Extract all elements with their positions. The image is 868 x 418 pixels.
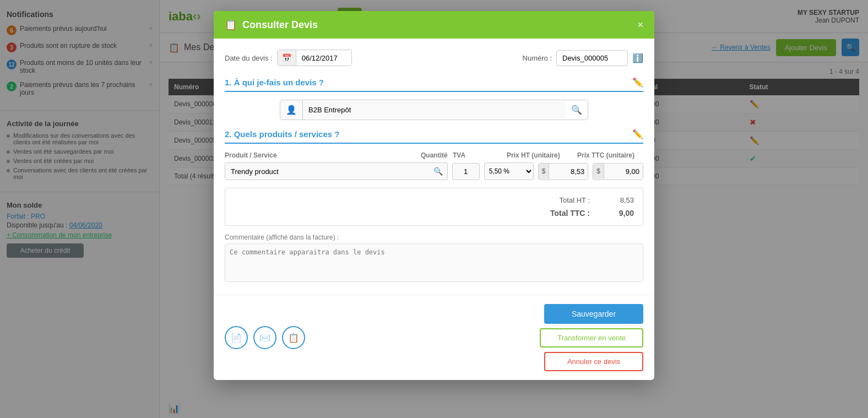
col-ttc-label: Prix TTC (unitaire) xyxy=(577,151,643,159)
col-product-label: Produit / Service xyxy=(225,151,416,159)
modal-header-title: 📋 Consulter Devis xyxy=(225,19,318,31)
cancel-devis-button[interactable]: Annuler ce devis xyxy=(544,352,643,371)
section1-title: 1. À qui je-fais un devis ? xyxy=(225,78,324,87)
products-section: 2. Quels produits / services ? ✏️ Produi… xyxy=(225,129,643,226)
transform-button[interactable]: Transformer en vente xyxy=(540,328,643,348)
product-input-wrapper: 🔍 xyxy=(225,162,448,180)
calendar-icon: 📅 xyxy=(278,50,296,66)
section2-edit-icon[interactable]: ✏️ xyxy=(632,129,643,139)
date-input[interactable] xyxy=(296,51,351,66)
email-button[interactable]: ✉️ xyxy=(253,326,276,349)
prix-ht-input[interactable] xyxy=(549,164,588,180)
pdf-button[interactable]: 📄 xyxy=(225,326,248,349)
modal-header: 📋 Consulter Devis × xyxy=(214,11,654,39)
modal-overlay: 📋 Consulter Devis × Date du devis : 📅 xyxy=(0,0,868,418)
client-search-input[interactable] xyxy=(303,101,566,118)
col-tva-label: TVA xyxy=(453,151,502,159)
comment-textarea[interactable] xyxy=(225,243,643,282)
numero-label: Numéro : xyxy=(523,54,552,62)
total-ht-value: 8,53 xyxy=(601,196,634,204)
comment-label: Commentaire (affiché dans la facture) : xyxy=(225,234,643,241)
date-row: Date du devis : 📅 Numéro : ℹ️ xyxy=(225,50,643,66)
client-person-icon: 👤 xyxy=(280,100,303,120)
modal-consulter-devis: 📋 Consulter Devis × Date du devis : 📅 xyxy=(214,11,654,380)
modal-body: Date du devis : 📅 Numéro : ℹ️ 1. À q xyxy=(214,39,654,295)
prix-ttc-wrapper: $ xyxy=(593,163,643,180)
total-ttc-label: Total TTC : xyxy=(550,209,590,218)
product-input[interactable] xyxy=(225,164,429,180)
client-search-button[interactable]: 🔍 xyxy=(566,100,588,120)
section2-header: 2. Quels produits / services ? ✏️ xyxy=(225,129,643,144)
numero-input[interactable] xyxy=(556,50,628,66)
total-ttc-row: Total TTC : 9,00 xyxy=(234,207,634,220)
total-ht-row: Total HT : 8,53 xyxy=(234,194,634,207)
prix-ttc-currency: $ xyxy=(593,164,604,179)
modal-close-button[interactable]: × xyxy=(637,19,643,31)
footer-actions: Sauvegarder Transformer en vente Annuler… xyxy=(540,304,643,371)
section1-edit-icon[interactable]: ✏️ xyxy=(632,77,643,88)
date-group: Date du devis : 📅 xyxy=(225,50,352,66)
modal-footer: 📄 ✉️ 📋 Sauvegarder Transformer en vente … xyxy=(214,295,654,380)
client-search-wrapper: 👤 🔍 xyxy=(280,100,588,120)
col-ht-label: Prix HT (unitaire) xyxy=(507,151,573,159)
save-button[interactable]: Sauvegarder xyxy=(544,304,643,324)
comment-section: Commentaire (affiché dans la facture) : xyxy=(225,234,643,284)
prix-ht-wrapper: $ xyxy=(538,163,589,180)
date-label: Date du devis : xyxy=(225,54,273,62)
product-col-headers: Produit / Service Quantité TVA Prix HT (… xyxy=(225,151,643,159)
tva-select[interactable]: 5,50 % xyxy=(484,162,534,180)
prix-ttc-input[interactable] xyxy=(604,164,643,180)
col-qty-label: Quantité xyxy=(421,151,448,159)
totals-section: Total HT : 8,53 Total TTC : 9,00 xyxy=(225,188,643,226)
section1-header: 1. À qui je-fais un devis ? ✏️ xyxy=(225,77,643,92)
footer-icons: 📄 ✉️ 📋 xyxy=(225,326,305,349)
modal-title-icon: 📋 xyxy=(225,19,237,31)
product-search-button[interactable]: 🔍 xyxy=(429,163,447,180)
total-ht-label: Total HT : xyxy=(560,196,590,204)
modal-title-text: Consulter Devis xyxy=(242,19,318,31)
product-row: 🔍 5,50 % $ $ xyxy=(225,162,643,180)
date-input-wrapper: 📅 xyxy=(277,50,352,66)
total-ttc-value: 9,00 xyxy=(601,209,634,218)
copy-button[interactable]: 📋 xyxy=(282,326,305,349)
info-icon[interactable]: ℹ️ xyxy=(632,53,643,63)
section2-title: 2. Quels produits / services ? xyxy=(225,129,339,139)
qty-input[interactable] xyxy=(452,163,480,180)
numero-group: Numéro : ℹ️ xyxy=(523,50,643,66)
prix-ht-currency: $ xyxy=(539,164,550,179)
